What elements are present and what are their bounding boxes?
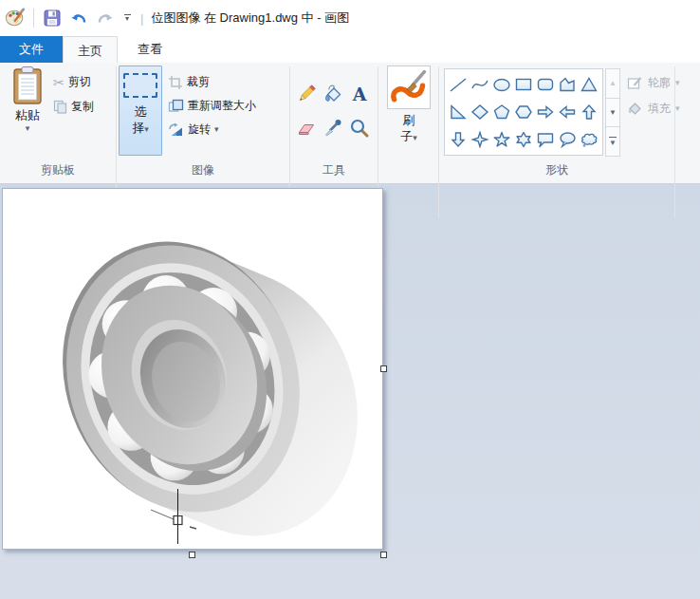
shape-rectangular-callout-icon[interactable]: [535, 131, 556, 148]
select-label-line2: 择: [132, 121, 144, 135]
resize-icon: [168, 99, 184, 113]
shape-diamond-icon[interactable]: [470, 103, 490, 121]
shape-line-icon[interactable]: [448, 76, 469, 93]
save-button[interactable]: [42, 8, 63, 28]
select-label-line1: 选: [135, 104, 147, 119]
shape-ellipse-icon[interactable]: [491, 76, 512, 93]
brushes-label-line2: 子: [400, 129, 413, 143]
rotate-label: 旋转: [188, 122, 211, 138]
separator: [33, 9, 34, 28]
text-tool-button[interactable]: A: [347, 82, 372, 106]
canvas-resize-gripper-bottom[interactable]: [189, 552, 195, 558]
brushes-button[interactable]: 刷 子▾: [383, 66, 434, 157]
crop-icon: [168, 75, 183, 90]
customize-qat-button[interactable]: ▾: [121, 14, 133, 22]
tools-group-label: 工具: [290, 162, 378, 178]
rotate-icon: [168, 122, 184, 138]
fill-tool-button[interactable]: [321, 82, 345, 106]
pencil-tool-button[interactable]: [294, 82, 319, 106]
gallery-more-button[interactable]: ▼: [605, 126, 620, 157]
shape-right-triangle-icon[interactable]: [448, 103, 469, 121]
quick-access-toolbar: ▾: [0, 8, 133, 28]
crop-label: 裁剪: [187, 74, 210, 90]
chevron-down-icon: ▾: [675, 79, 680, 87]
fill-icon: [627, 102, 643, 116]
canvas-resize-gripper-corner[interactable]: [380, 552, 387, 558]
eraser-tool-button[interactable]: [294, 116, 319, 140]
shapes-group-label: 形状: [439, 162, 674, 178]
group-brushes: 刷 子▾: [378, 63, 438, 183]
select-tool-button[interactable]: 选 择▾: [119, 66, 162, 156]
shape-arrow-down-icon[interactable]: [448, 131, 469, 148]
shape-curve-icon[interactable]: [470, 76, 490, 93]
group-clipboard: 粘贴 ▾ ✂ 剪切 复制 剪贴板: [0, 63, 116, 183]
chevron-down-icon: ▼: [609, 139, 617, 147]
chevron-down-icon: ▼: [609, 108, 617, 117]
group-tools: A 工具: [290, 63, 378, 183]
color-picker-tool-button[interactable]: [321, 116, 345, 140]
pencil-icon: [296, 84, 317, 104]
shape-five-point-star-icon[interactable]: [491, 131, 512, 148]
rotate-button[interactable]: 旋转 ▾: [168, 122, 219, 138]
window-title: 位图图像 在 Drawing1.dwg 中 - 画图: [151, 9, 349, 27]
shape-arrow-up-icon[interactable]: [579, 103, 599, 121]
outline-icon: [627, 76, 643, 90]
crop-button[interactable]: 裁剪: [168, 74, 210, 90]
clipboard-icon: [11, 66, 44, 105]
copy-button[interactable]: 复制: [53, 99, 94, 115]
shape-rounded-rectangle-icon[interactable]: [535, 76, 556, 93]
shape-cloud-callout-icon[interactable]: [579, 131, 599, 148]
paint-logo-icon[interactable]: [5, 8, 26, 28]
shapes-gallery: [444, 68, 603, 156]
chevron-down-icon: ▾: [125, 16, 129, 22]
shape-fill-label: 填充: [648, 101, 671, 117]
shape-hexagon-icon[interactable]: [513, 103, 534, 121]
text-tool-icon: A: [353, 84, 367, 104]
selection-rectangle-icon: [123, 73, 157, 98]
shape-rectangle-icon[interactable]: [513, 76, 534, 93]
scissors-icon: ✂: [53, 75, 64, 90]
shape-fill-button[interactable]: 填充 ▾: [627, 101, 680, 117]
fill-bucket-icon: [322, 84, 343, 104]
chevron-down-icon: ▾: [675, 104, 680, 113]
drawing-canvas[interactable]: [2, 188, 383, 550]
copy-icon: [53, 100, 67, 114]
undo-button[interactable]: [68, 8, 89, 28]
shapes-gallery-scrollbar: ▲ ▼ ▼: [605, 68, 620, 156]
canvas-resize-gripper-right[interactable]: [380, 365, 387, 372]
magnifier-icon: [349, 118, 370, 139]
resize-label: 重新调整大小: [188, 98, 256, 114]
chevron-down-icon: ▾: [26, 124, 30, 133]
tab-home[interactable]: 主页: [63, 36, 118, 65]
shape-oval-callout-icon[interactable]: [557, 131, 578, 148]
bearing-image: [3, 189, 382, 549]
separator: |: [140, 11, 143, 26]
shape-polygon-icon[interactable]: [557, 76, 578, 93]
redo-button[interactable]: [95, 8, 116, 28]
tab-file[interactable]: 文件: [0, 36, 63, 63]
shape-arrow-left-icon[interactable]: [557, 103, 578, 121]
gallery-scroll-down-button[interactable]: ▼: [605, 98, 620, 128]
ribbon-tabs: 文件 主页 查看: [0, 36, 700, 63]
shape-arrow-right-icon[interactable]: [535, 103, 556, 121]
shape-triangle-icon[interactable]: [579, 76, 599, 93]
title-bar: ▾ | 位图图像 在 Drawing1.dwg 中 - 画图: [0, 0, 700, 36]
cut-label: 剪切: [68, 74, 91, 90]
clipboard-group-label: 剪贴板: [0, 162, 116, 178]
chevron-down-icon: ▾: [214, 125, 219, 134]
gallery-scroll-up-button[interactable]: ▲: [605, 68, 620, 99]
outline-button[interactable]: 轮廓 ▾: [627, 75, 680, 91]
outline-label: 轮廓: [648, 75, 671, 91]
paste-button[interactable]: 粘贴 ▾: [6, 66, 49, 157]
cut-button[interactable]: ✂ 剪切: [53, 74, 91, 90]
magnifier-tool-button[interactable]: [347, 116, 372, 140]
paint-window: ▾ | 位图图像 在 Drawing1.dwg 中 - 画图 文件 主页 查看: [0, 0, 700, 599]
chevron-down-icon: ▾: [413, 133, 417, 142]
shape-four-point-star-icon[interactable]: [470, 131, 490, 148]
resize-button[interactable]: 重新调整大小: [168, 98, 256, 114]
shape-six-point-star-icon[interactable]: [513, 131, 534, 148]
tab-view[interactable]: 查看: [117, 36, 183, 63]
brush-icon: [390, 68, 428, 106]
shape-pentagon-icon[interactable]: [491, 103, 512, 121]
image-group-label: 图像: [117, 162, 289, 178]
